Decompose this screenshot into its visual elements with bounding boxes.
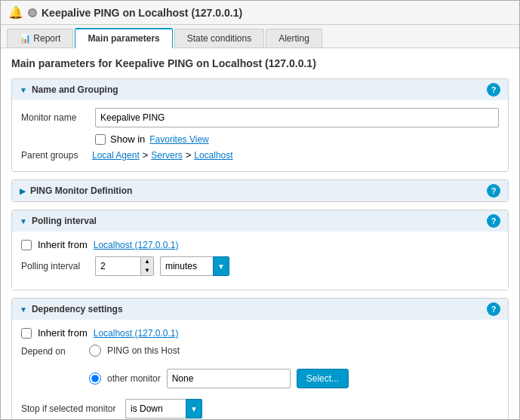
polling-inherit-checkbox[interactable]	[21, 240, 32, 250]
page-title: Main parameters for Keepalive PING on Lo…	[11, 57, 509, 69]
dependency-inherit-link[interactable]: Localhost (127.0.0.1)	[94, 328, 179, 339]
monitor-name-row: Monitor name	[21, 108, 499, 127]
polling-inherit-row: Inherit from Localhost (127.0.0.1)	[21, 239, 499, 250]
section-dependency-body: Inherit from Localhost (127.0.0.1) Depen…	[12, 320, 508, 419]
polling-inherit-link[interactable]: Localhost (127.0.0.1)	[94, 240, 179, 250]
tab-state-conditions[interactable]: State conditions	[174, 29, 264, 48]
breadcrumb-servers[interactable]: Servers	[151, 150, 182, 161]
tab-report-icon: 📊	[20, 33, 33, 44]
show-favorites-row: Show in Favorites View	[95, 133, 499, 145]
section-dependency-arrow: ▼	[20, 305, 27, 314]
breadcrumb-local-agent[interactable]: Local Agent	[92, 150, 140, 161]
interval-unit-arrow[interactable]: ▼	[213, 256, 229, 276]
show-favorites-checkbox[interactable]	[95, 134, 106, 145]
polling-interval-label: Polling interval	[21, 261, 89, 271]
status-indicator	[28, 8, 37, 17]
stop-select[interactable]: is Down is Up is Warning	[125, 399, 186, 418]
tab-bar: 📊 Report Main parameters State condition…	[1, 25, 519, 48]
radio-ping-row: PING on this Host	[89, 345, 349, 357]
section-polling: ▼ Polling interval ? Inherit from Localh…	[11, 210, 509, 290]
section-ping-title: PING Monitor Definition	[30, 185, 132, 196]
favorites-view-link[interactable]: Favorites View	[149, 134, 208, 145]
window-title: Keepalive PING on Localhost (127.0.0.1)	[42, 7, 242, 19]
section-name-grouping-header[interactable]: ▼ Name and Grouping ?	[12, 79, 508, 100]
section-name-grouping-body: Monitor name Show in Favorites View Pare…	[12, 100, 508, 171]
section-ping-arrow: ▶	[20, 187, 26, 195]
breadcrumb-sep1: >	[143, 149, 149, 161]
tab-main-parameters[interactable]: Main parameters	[75, 28, 172, 48]
section-polling-title: Polling interval	[32, 216, 97, 226]
stop-label: Stop if selected monitor	[21, 403, 119, 414]
depend-on-row: Depend on PING on this Host other monito…	[21, 345, 499, 394]
dependency-inherit-label: Inherit from	[38, 327, 88, 339]
main-window: 🔔 Keepalive PING on Localhost (127.0.0.1…	[0, 0, 520, 420]
stop-arrow-button[interactable]: ▼	[186, 399, 202, 418]
polling-interval-input[interactable]	[95, 256, 140, 276]
spin-down-button[interactable]: ▼	[141, 266, 153, 275]
section-ping-help[interactable]: ?	[487, 184, 500, 198]
title-bar: 🔔 Keepalive PING on Localhost (127.0.0.1…	[1, 1, 519, 25]
depend-on-label: Depend on	[21, 345, 89, 357]
breadcrumb-localhost[interactable]: Localhost	[194, 150, 232, 161]
dependency-inherit-row: Inherit from Localhost (127.0.0.1)	[21, 327, 499, 339]
interval-unit-select[interactable]: minutes seconds hours	[160, 256, 213, 276]
stop-row: Stop if selected monitor is Down is Up i…	[21, 399, 499, 418]
polling-interval-spinner: ▲ ▼	[95, 256, 154, 276]
section-name-grouping-help[interactable]: ?	[487, 83, 500, 97]
dependency-inherit-checkbox[interactable]	[21, 328, 32, 339]
section-polling-body: Inherit from Localhost (127.0.0.1) Polli…	[12, 231, 508, 290]
section-polling-arrow: ▼	[20, 217, 27, 225]
stop-dropdown: is Down is Up is Warning ▼	[125, 399, 202, 418]
tab-alerting[interactable]: Alerting	[266, 29, 322, 48]
section-name-grouping: ▼ Name and Grouping ? Monitor name Show …	[11, 78, 509, 172]
section-ping-definition: ▶ PING Monitor Definition ?	[11, 179, 509, 202]
section-polling-header[interactable]: ▼ Polling interval ?	[12, 210, 508, 231]
interval-unit-dropdown: minutes seconds hours ▼	[160, 256, 229, 276]
section-collapse-arrow: ▼	[20, 86, 27, 94]
section-dependency-help[interactable]: ?	[487, 302, 500, 316]
radio-other-row: other monitor Select...	[89, 369, 349, 388]
spin-up-button[interactable]: ▲	[141, 257, 153, 266]
monitor-name-label: Monitor name	[21, 112, 89, 123]
section-dependency-header[interactable]: ▼ Dependency settings ?	[12, 299, 508, 320]
section-polling-help[interactable]: ?	[487, 214, 500, 228]
section-dependency: ▼ Dependency settings ? Inherit from Loc…	[11, 298, 509, 419]
content-area: Main parameters for Keepalive PING on Lo…	[1, 48, 519, 419]
section-dependency-title: Dependency settings	[32, 304, 123, 314]
other-monitor-input[interactable]	[167, 369, 291, 388]
section-name-grouping-title: Name and Grouping	[32, 84, 118, 95]
polling-interval-row: Polling interval ▲ ▼ minutes seconds hou…	[21, 256, 499, 276]
monitor-name-input[interactable]	[95, 108, 499, 127]
tab-report[interactable]: 📊 Report	[7, 29, 73, 48]
parent-groups-label: Parent groups	[21, 150, 89, 161]
radio-other-label: other monitor	[107, 373, 161, 384]
breadcrumb-sep2: >	[186, 149, 192, 161]
radio-other-input[interactable]	[89, 372, 101, 385]
section-ping-definition-header[interactable]: ▶ PING Monitor Definition ?	[12, 180, 508, 201]
select-monitor-button[interactable]: Select...	[297, 369, 349, 388]
radio-ping-label: PING on this Host	[107, 345, 180, 356]
polling-inherit-label: Inherit from	[38, 239, 88, 250]
spin-buttons: ▲ ▼	[140, 256, 154, 276]
app-icon: 🔔	[8, 5, 23, 20]
radio-ping-input[interactable]	[89, 345, 101, 357]
parent-groups-row: Parent groups Local Agent > Servers > Lo…	[21, 149, 499, 161]
show-favorites-label: Show in	[110, 133, 145, 145]
